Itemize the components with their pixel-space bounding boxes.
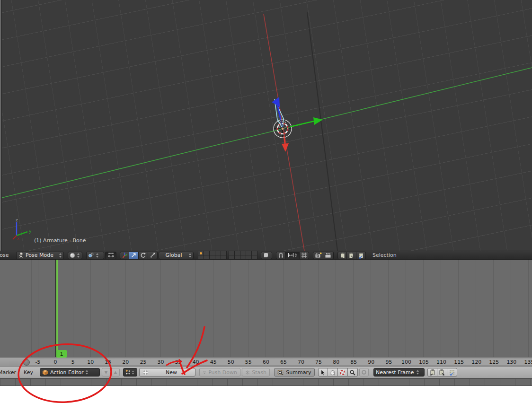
paste-keyframes-button[interactable] [437, 368, 447, 377]
pose-menu[interactable]: Pose [0, 252, 13, 258]
frame-ruler[interactable]: -505101520253035404550556065707580859095… [0, 357, 532, 367]
3d-viewport[interactable]: z y x (1) Armature : Bone [0, 0, 532, 251]
translate-icon [131, 252, 137, 258]
timeline-scrollbar-cap[interactable] [23, 359, 30, 366]
multi-word-filter-button[interactable] [359, 368, 369, 377]
snap-element-dropdown[interactable] [285, 252, 300, 259]
lock-to-scene-button[interactable] [261, 252, 272, 259]
layer-cell[interactable] [210, 251, 215, 255]
active-layer-dot [200, 252, 202, 254]
layer-cell[interactable] [252, 255, 257, 259]
paste-flipped-pose-button[interactable] [356, 252, 366, 259]
center-points-icon [107, 252, 115, 258]
action-cube-icon [42, 369, 48, 376]
ruler-frame-label: 135 [524, 359, 532, 365]
search-filter-button[interactable] [348, 368, 358, 377]
snap-target-button[interactable] [300, 252, 309, 259]
move-up-button[interactable]: ▲ [111, 368, 120, 377]
layer-cell[interactable] [215, 251, 221, 255]
move-down-button[interactable]: ▼ [102, 368, 110, 377]
paste-flipped-icon [358, 252, 364, 259]
copy-keyframes-button[interactable] [427, 368, 437, 377]
copy-pose-button[interactable] [337, 252, 347, 259]
manipulator-x-arrowhead[interactable] [282, 143, 289, 152]
viewport-scene [0, 0, 532, 251]
layer-cell[interactable] [235, 255, 240, 259]
transform-orientation-dropdown[interactable]: Global [159, 252, 194, 259]
ruler-frame-label: 80 [333, 359, 339, 365]
ruler-frame-label: 30 [157, 359, 164, 365]
key-menu[interactable]: Key [24, 369, 33, 376]
filter-selected-button[interactable] [318, 368, 328, 377]
layer-cell[interactable] [198, 255, 204, 259]
manipulate-center-points-toggle[interactable] [105, 252, 116, 259]
dropdown-arrows-icon [77, 253, 80, 258]
gizmo-x-label: x [17, 237, 19, 240]
new-action-button[interactable]: New [139, 368, 195, 377]
life-ring-icon [339, 369, 346, 376]
push-down-button[interactable]: Push Down [199, 368, 240, 377]
render-opengl-button[interactable] [313, 252, 323, 259]
render-animation-button[interactable] [323, 252, 334, 259]
ruler-frame-label: 85 [350, 359, 357, 365]
layer-cell[interactable] [252, 251, 257, 255]
paste-flipped-keyframes-button[interactable] [447, 368, 457, 377]
filter-hidden-button[interactable] [328, 368, 338, 377]
marker-menu[interactable]: Marker [0, 369, 18, 376]
layer-cell[interactable] [221, 251, 226, 255]
rotate-manipulator-button[interactable] [139, 252, 148, 259]
snap-mode-dropdown[interactable]: Nearest Frame [373, 368, 425, 377]
plus-icon [142, 369, 149, 376]
snap-toggle-button[interactable] [276, 252, 285, 259]
ruler-frame-label: 0 [54, 359, 57, 365]
pivot-icon [88, 252, 94, 258]
layer-cell[interactable] [235, 251, 240, 255]
panel-edge[interactable] [0, 0, 2, 251]
dropdown-arrows-icon [96, 253, 99, 258]
channel-region-strip[interactable] [0, 378, 532, 386]
current-frame-line[interactable] [56, 260, 58, 357]
scale-manipulator-button[interactable] [148, 252, 158, 259]
editor-mode-dropdown[interactable]: Action Editor [40, 368, 100, 377]
gizmo-y-label: y [29, 229, 32, 234]
pivot-point-dropdown[interactable] [86, 252, 104, 259]
manipulator-axes-button[interactable] [120, 252, 129, 259]
manipulator-buttons [120, 252, 158, 259]
layer-cell[interactable] [221, 255, 226, 259]
current-frame-badge[interactable]: 1 [56, 350, 67, 358]
stash-button[interactable]: Stash [242, 368, 270, 377]
manipulator-y-arrow[interactable] [290, 121, 314, 127]
layers-grid-2[interactable] [229, 251, 257, 260]
layer-cell[interactable] [240, 255, 246, 259]
layer-cell[interactable] [198, 251, 204, 255]
layer-cell[interactable] [204, 255, 209, 259]
filter-dropdown[interactable] [123, 368, 137, 377]
layer-cell[interactable] [210, 255, 215, 259]
viewport-shading-dropdown[interactable] [68, 252, 82, 259]
double-chevron-down-icon [203, 369, 206, 376]
layer-cell[interactable] [215, 255, 221, 259]
layer-cell[interactable] [229, 251, 234, 255]
cursor-arrow-icon [320, 369, 326, 376]
translate-manipulator-button[interactable] [129, 252, 139, 259]
layer-cell[interactable] [229, 255, 234, 259]
paste-pose-button[interactable] [347, 252, 356, 259]
layers-grid-1[interactable] [198, 251, 227, 260]
ruler-frame-label: 75 [315, 359, 322, 365]
ruler-frame-label: 110 [436, 359, 446, 365]
clapperboard-icon [325, 252, 332, 258]
magnet-icon [278, 252, 284, 258]
layer-cell[interactable] [246, 255, 251, 259]
ruler-frame-label: 10 [87, 359, 94, 365]
filter-errors-button[interactable] [338, 368, 348, 377]
layer-cell[interactable] [246, 251, 251, 255]
layer-cell[interactable] [204, 251, 209, 255]
mode-dropdown[interactable]: Pose Mode [16, 252, 64, 259]
scale-icon [150, 252, 156, 258]
dopesheet-area[interactable] [0, 260, 532, 357]
ruler-frame-label: 50 [228, 359, 234, 365]
circle-icon [361, 369, 367, 375]
layer-cell[interactable] [240, 251, 246, 255]
summary-toggle[interactable]: Summary [274, 368, 315, 377]
gizmo-y-axis [17, 232, 27, 236]
